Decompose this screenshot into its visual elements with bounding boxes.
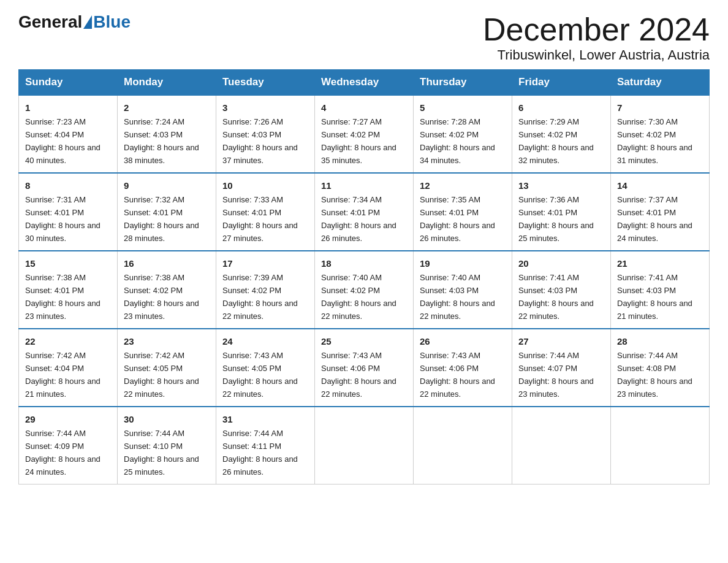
day-number: 9: [124, 178, 210, 193]
day-header-wednesday: Wednesday: [315, 70, 414, 96]
day-number: 27: [518, 334, 604, 348]
calendar-cell: 13Sunrise: 7:36 AMSunset: 4:01 PMDayligh…: [512, 173, 611, 251]
day-info: Sunrise: 7:44 AMSunset: 4:07 PMDaylight:…: [518, 351, 594, 399]
day-info: Sunrise: 7:23 AMSunset: 4:04 PMDaylight:…: [25, 117, 100, 165]
day-info: Sunrise: 7:43 AMSunset: 4:06 PMDaylight:…: [321, 351, 396, 399]
day-number: 22: [25, 334, 111, 348]
day-number: 4: [321, 101, 407, 115]
calendar-table: SundayMondayTuesdayWednesdayThursdayFrid…: [18, 69, 710, 484]
day-number: 13: [518, 178, 604, 193]
calendar-cell: 11Sunrise: 7:34 AMSunset: 4:01 PMDayligh…: [315, 173, 414, 251]
day-info: Sunrise: 7:44 AMSunset: 4:09 PMDaylight:…: [25, 429, 100, 477]
location-subtitle: Tribuswinkel, Lower Austria, Austria: [483, 47, 710, 63]
day-info: Sunrise: 7:24 AMSunset: 4:03 PMDaylight:…: [124, 117, 199, 165]
day-number: 24: [222, 334, 308, 348]
day-info: Sunrise: 7:32 AMSunset: 4:01 PMDaylight:…: [124, 195, 199, 243]
calendar-cell: 26Sunrise: 7:43 AMSunset: 4:06 PMDayligh…: [414, 329, 512, 407]
day-header-monday: Monday: [118, 70, 216, 96]
day-info: Sunrise: 7:42 AMSunset: 4:04 PMDaylight:…: [25, 351, 100, 399]
logo-general-text: General: [18, 12, 82, 32]
day-info: Sunrise: 7:38 AMSunset: 4:01 PMDaylight:…: [25, 273, 100, 321]
calendar-cell: 6Sunrise: 7:29 AMSunset: 4:02 PMDaylight…: [512, 95, 611, 173]
day-number: 6: [518, 101, 604, 115]
day-number: 5: [420, 101, 506, 115]
calendar-cell: 4Sunrise: 7:27 AMSunset: 4:02 PMDaylight…: [315, 95, 414, 173]
day-number: 12: [420, 178, 506, 193]
day-number: 16: [124, 256, 210, 270]
day-header-thursday: Thursday: [414, 70, 512, 96]
day-info: Sunrise: 7:41 AMSunset: 4:03 PMDaylight:…: [518, 273, 594, 321]
calendar-cell: 3Sunrise: 7:26 AMSunset: 4:03 PMDaylight…: [216, 95, 315, 173]
day-info: Sunrise: 7:35 AMSunset: 4:01 PMDaylight:…: [420, 195, 495, 243]
day-number: 31: [222, 412, 308, 426]
calendar-cell: 20Sunrise: 7:41 AMSunset: 4:03 PMDayligh…: [512, 251, 611, 329]
day-info: Sunrise: 7:41 AMSunset: 4:03 PMDaylight:…: [617, 273, 692, 321]
day-info: Sunrise: 7:38 AMSunset: 4:02 PMDaylight:…: [124, 273, 199, 321]
calendar-cell: 21Sunrise: 7:41 AMSunset: 4:03 PMDayligh…: [611, 251, 710, 329]
day-header-tuesday: Tuesday: [216, 70, 315, 96]
day-info: Sunrise: 7:39 AMSunset: 4:02 PMDaylight:…: [222, 273, 298, 321]
week-row-4: 22Sunrise: 7:42 AMSunset: 4:04 PMDayligh…: [19, 329, 710, 407]
day-info: Sunrise: 7:36 AMSunset: 4:01 PMDaylight:…: [518, 195, 594, 243]
day-number: 3: [222, 101, 308, 115]
calendar-cell: 19Sunrise: 7:40 AMSunset: 4:03 PMDayligh…: [414, 251, 512, 329]
calendar-cell: 27Sunrise: 7:44 AMSunset: 4:07 PMDayligh…: [512, 329, 611, 407]
calendar-cell: 29Sunrise: 7:44 AMSunset: 4:09 PMDayligh…: [19, 407, 118, 484]
logo: GeneralBlue: [18, 12, 131, 32]
day-info: Sunrise: 7:34 AMSunset: 4:01 PMDaylight:…: [321, 195, 396, 243]
day-number: 1: [25, 101, 111, 115]
calendar-cell: [315, 407, 414, 484]
day-number: 10: [222, 178, 308, 193]
calendar-cell: 14Sunrise: 7:37 AMSunset: 4:01 PMDayligh…: [611, 173, 710, 251]
day-info: Sunrise: 7:26 AMSunset: 4:03 PMDaylight:…: [222, 117, 298, 165]
calendar-cell: 31Sunrise: 7:44 AMSunset: 4:11 PMDayligh…: [216, 407, 315, 484]
day-number: 25: [321, 334, 407, 348]
logo-blue-text: Blue: [93, 12, 131, 32]
day-number: 8: [25, 178, 111, 193]
calendar-cell: 2Sunrise: 7:24 AMSunset: 4:03 PMDaylight…: [118, 95, 216, 173]
week-row-1: 1Sunrise: 7:23 AMSunset: 4:04 PMDaylight…: [19, 95, 710, 173]
week-row-5: 29Sunrise: 7:44 AMSunset: 4:09 PMDayligh…: [19, 407, 710, 484]
day-info: Sunrise: 7:44 AMSunset: 4:08 PMDaylight:…: [617, 351, 692, 399]
day-header-sunday: Sunday: [19, 70, 118, 96]
day-number: 23: [124, 334, 210, 348]
calendar-cell: 23Sunrise: 7:42 AMSunset: 4:05 PMDayligh…: [118, 329, 216, 407]
calendar-cell: 10Sunrise: 7:33 AMSunset: 4:01 PMDayligh…: [216, 173, 315, 251]
day-info: Sunrise: 7:30 AMSunset: 4:02 PMDaylight:…: [617, 117, 692, 165]
day-number: 21: [617, 256, 703, 270]
day-number: 7: [617, 101, 703, 115]
calendar-cell: 16Sunrise: 7:38 AMSunset: 4:02 PMDayligh…: [118, 251, 216, 329]
calendar-cell: 24Sunrise: 7:43 AMSunset: 4:05 PMDayligh…: [216, 329, 315, 407]
day-number: 14: [617, 178, 703, 193]
day-info: Sunrise: 7:40 AMSunset: 4:03 PMDaylight:…: [420, 273, 495, 321]
calendar-cell: 9Sunrise: 7:32 AMSunset: 4:01 PMDaylight…: [118, 173, 216, 251]
calendar-cell: 8Sunrise: 7:31 AMSunset: 4:01 PMDaylight…: [19, 173, 118, 251]
calendar-cell: 28Sunrise: 7:44 AMSunset: 4:08 PMDayligh…: [611, 329, 710, 407]
calendar-cell: 22Sunrise: 7:42 AMSunset: 4:04 PMDayligh…: [19, 329, 118, 407]
calendar-cell: [512, 407, 611, 484]
day-info: Sunrise: 7:37 AMSunset: 4:01 PMDaylight:…: [617, 195, 692, 243]
calendar-cell: [414, 407, 512, 484]
week-row-2: 8Sunrise: 7:31 AMSunset: 4:01 PMDaylight…: [19, 173, 710, 251]
day-info: Sunrise: 7:33 AMSunset: 4:01 PMDaylight:…: [222, 195, 298, 243]
day-info: Sunrise: 7:43 AMSunset: 4:06 PMDaylight:…: [420, 351, 495, 399]
calendar-cell: 15Sunrise: 7:38 AMSunset: 4:01 PMDayligh…: [19, 251, 118, 329]
calendar-cell: 18Sunrise: 7:40 AMSunset: 4:02 PMDayligh…: [315, 251, 414, 329]
day-info: Sunrise: 7:42 AMSunset: 4:05 PMDaylight:…: [124, 351, 199, 399]
day-number: 11: [321, 178, 407, 193]
day-info: Sunrise: 7:43 AMSunset: 4:05 PMDaylight:…: [222, 351, 298, 399]
day-info: Sunrise: 7:29 AMSunset: 4:02 PMDaylight:…: [518, 117, 594, 165]
calendar-cell: 7Sunrise: 7:30 AMSunset: 4:02 PMDaylight…: [611, 95, 710, 173]
week-row-3: 15Sunrise: 7:38 AMSunset: 4:01 PMDayligh…: [19, 251, 710, 329]
day-number: 28: [617, 334, 703, 348]
day-number: 18: [321, 256, 407, 270]
month-title: December 2024: [483, 12, 710, 47]
day-number: 26: [420, 334, 506, 348]
day-info: Sunrise: 7:31 AMSunset: 4:01 PMDaylight:…: [25, 195, 100, 243]
calendar-cell: 1Sunrise: 7:23 AMSunset: 4:04 PMDaylight…: [19, 95, 118, 173]
title-section: December 2024 Tribuswinkel, Lower Austri…: [483, 12, 710, 63]
day-number: 17: [222, 256, 308, 270]
calendar-cell: 5Sunrise: 7:28 AMSunset: 4:02 PMDaylight…: [414, 95, 512, 173]
day-number: 2: [124, 101, 210, 115]
calendar-cell: 12Sunrise: 7:35 AMSunset: 4:01 PMDayligh…: [414, 173, 512, 251]
